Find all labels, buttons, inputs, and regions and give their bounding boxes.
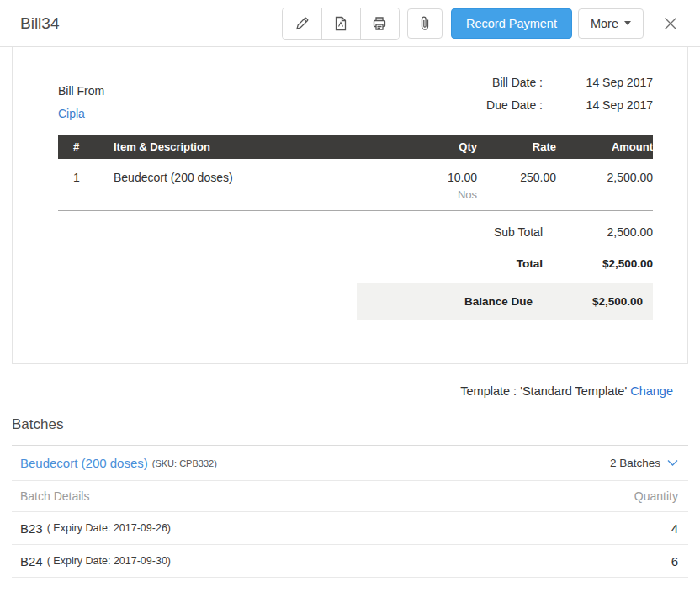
due-date-value: 14 Sep 2017 [543,98,653,112]
batch-count-toggle[interactable]: 2 Batches [610,457,678,469]
printer-icon [371,15,388,32]
line-item-rate: 250.00 [477,171,556,184]
close-icon [662,15,679,32]
change-template-link[interactable]: Change [630,384,673,398]
bill-meta: Bill From Cipla Bill Date : 14 Sep 2017 … [58,76,653,112]
line-item-unit: Nos [401,188,477,201]
column-header-item: Item & Description [114,140,401,153]
line-item-amount: 2,500.00 [556,171,653,184]
bill-date-row: Bill Date : 14 Sep 2017 [408,76,653,89]
column-header-rate: Rate [477,140,556,153]
sub-total-row: Sub Total 2,500.00 [357,216,653,248]
total-row: Total $2,500.00 [357,248,653,279]
batch-item-row: Beudecort (200 doses) (SKU: CPB332) 2 Ba… [12,446,688,481]
batch-expiry: ( Expiry Date: 2017-09-26) [47,522,171,534]
more-button-label: More [591,17,618,30]
attachment-button[interactable] [407,8,443,39]
balance-due-row: Balance Due $2,500.00 [357,283,653,320]
line-items-table: # Item & Description Qty Rate Amount 1 B… [58,135,653,211]
bill-date-value: 14 Sep 2017 [543,76,653,89]
table-row: 1 Beudecort (200 doses) 10.00 Nos 250.00… [58,159,653,211]
line-item-name: Beudecort (200 doses) [114,171,401,184]
bill-from-block: Bill From Cipla [58,84,104,120]
vendor-link[interactable]: Cipla [58,107,104,120]
column-header-qty: Qty [401,140,477,153]
batch-row: B24 ( Expiry Date: 2017-09-30) 6 [12,545,688,578]
batch-item-link[interactable]: Beudecort (200 doses) [20,456,148,470]
batch-item-sku: (SKU: CPB332) [152,458,217,468]
balance-due-value: $2,500.00 [533,295,643,308]
template-bar: Template : 'Standard Template' Change [0,384,673,398]
batch-details-label: Batch Details [20,489,89,503]
batch-name: B23 [20,521,43,536]
batch-count-label: 2 Batches [610,457,660,469]
more-button[interactable]: More [578,8,644,39]
batch-details-header: Batch Details Quantity [12,481,688,512]
chevron-down-icon [667,459,678,467]
batch-row: B23 ( Expiry Date: 2017-09-26) 4 [12,512,688,545]
pencil-icon [294,15,310,32]
batch-expiry: ( Expiry Date: 2017-09-30) [47,555,171,567]
batch-quantity: 4 [671,521,678,536]
line-item-num: 1 [58,171,114,184]
total-value: $2,500.00 [543,257,653,270]
total-label: Total [357,257,543,270]
close-button[interactable] [656,9,685,38]
line-item-qty-value: 10.00 [401,171,477,184]
batches-list: Beudecort (200 doses) (SKU: CPB332) 2 Ba… [12,445,688,578]
bill-from-label: Bill From [58,84,104,98]
pdf-button[interactable] [321,8,360,39]
due-date-row: Due Date : 14 Sep 2017 [408,98,653,112]
balance-due-label: Balance Due [367,295,533,308]
batches-section: Batches Beudecort (200 doses) (SKU: CPB3… [12,416,688,578]
line-items-header: # Item & Description Qty Rate Amount [58,135,653,159]
topbar: Bill34 [0,0,700,47]
print-button[interactable] [360,8,399,39]
template-label: Template : 'Standard Template' [460,384,627,398]
bill-preview-card: Bill From Cipla Bill Date : 14 Sep 2017 … [12,47,688,364]
toolbar: Record Payment More [282,8,687,40]
paperclip-icon [417,15,432,32]
bill-date-label: Bill Date : [408,76,543,89]
sub-total-label: Sub Total [357,225,543,239]
batch-quantity: 6 [671,554,678,568]
page-title: Bill34 [20,14,59,33]
column-header-num: # [58,140,114,153]
pdf-file-icon [332,15,349,32]
batches-heading: Batches [12,416,688,433]
line-item-qty: 10.00 Nos [401,171,477,201]
bill-dates: Bill Date : 14 Sep 2017 Due Date : 14 Se… [58,76,653,112]
caret-down-icon [624,21,631,25]
column-header-amount: Amount [556,140,653,153]
totals-section: Sub Total 2,500.00 Total $2,500.00 Balan… [357,216,653,320]
batch-quantity-label: Quantity [634,489,678,503]
due-date-label: Due Date : [408,98,543,112]
record-payment-button[interactable]: Record Payment [451,8,572,39]
batch-name: B24 [20,554,43,568]
edit-button[interactable] [283,8,321,39]
sub-total-value: 2,500.00 [543,225,653,239]
toolbar-button-group [282,8,400,40]
